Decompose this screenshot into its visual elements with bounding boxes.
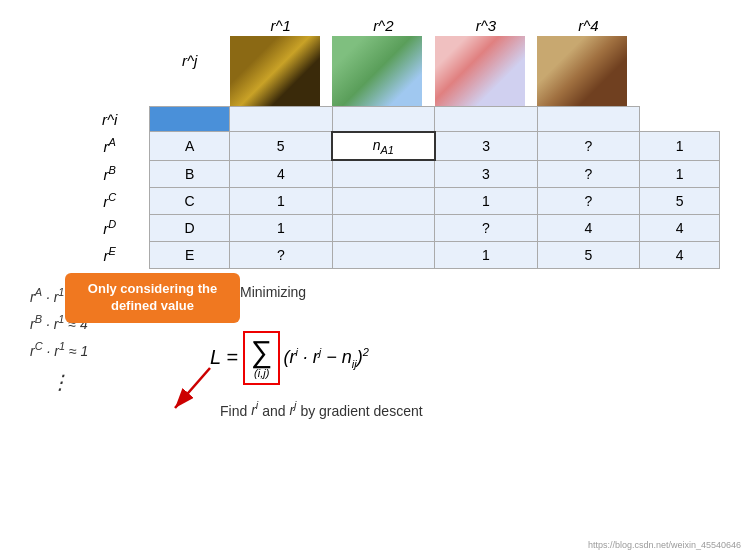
cell-a-r4: 1 [640,132,720,161]
cell-a-r2: 3 [435,132,538,161]
right-content: Minimizing Only considering the defined … [210,284,736,419]
table-row: rE E ? 1 5 4 [70,241,720,268]
table-row: rD D 1 ? 4 4 [70,214,720,241]
cell-b-r4: 1 [640,160,720,187]
cell-e-name: E [150,241,230,268]
row-label-c: rC [70,187,150,214]
ri-label: r^i [70,107,150,132]
anime-image-2 [332,36,422,106]
col-header-r1: r^1 [230,15,333,107]
summation-box: ∑ (i,j) [243,331,280,385]
col-header-rj: r^j [150,15,230,107]
L-equals: L = [210,346,238,369]
table-row: rB B 4 3 ? 1 [70,160,720,187]
table-body: rA A 5 nA1 3 ? 1 rB B 4 3 ? 1 [70,132,720,269]
orange-bubble: Only considering the defined value [65,273,240,323]
cell-b-r2: 3 [435,160,538,187]
cell-b-r3: ? [537,160,640,187]
cell-e-r4: 4 [640,241,720,268]
cell-d-name: D [150,214,230,241]
col-header-r4: r^4 [537,15,640,107]
col-label-r2: r^2 [332,15,435,36]
cell-c-r2: 1 [435,187,538,214]
subheader-r1 [230,107,333,132]
cell-b-name: B [150,160,230,187]
cell-c-r1b [332,187,435,214]
cell-b-r1: 4 [230,160,333,187]
table-row: rC C 1 1 ? 5 [70,187,720,214]
formula-rest: (ri · rj − nij)2 [283,346,368,370]
col-header-r2: r^2 [332,15,435,107]
subheader-r3 [435,107,538,132]
row-label-e: rE [70,241,150,268]
cell-d-r3: 4 [537,214,640,241]
cell-c-name: C [150,187,230,214]
row-label-b: rB [70,160,150,187]
cell-e-r1b [332,241,435,268]
anime-image-1 [230,36,320,106]
table-header-row: r^j r^1 r^2 [70,15,720,107]
cell-c-r3: ? [537,187,640,214]
watermark: https://blog.csdn.net/weixin_45540646 [588,540,741,550]
anime-image-4 [537,36,627,106]
cell-a-name: A [150,132,230,161]
find-text: Find ri and rj by gradient descent [220,400,736,419]
cell-d-r1b [332,214,435,241]
row-label-d: rD [70,214,150,241]
table-subheader-row: r^i [70,107,720,132]
row-label-a: rA [70,132,150,161]
svg-line-1 [175,368,210,408]
rating-table: r^j r^1 r^2 [70,15,720,269]
table-section: r^j r^1 r^2 [70,15,736,269]
col-header-r3: r^3 [435,15,538,107]
main-container: r^j r^1 r^2 [0,0,746,552]
subheader-r2 [332,107,435,132]
eq-line-3: rC · r1 ≈ 1 [30,337,210,364]
col-label-r1: r^1 [230,15,333,36]
cell-d-r4: 4 [640,214,720,241]
anime-image-3 [435,36,525,106]
cell-e-r3: 5 [537,241,640,268]
bottom-section: rA · r1 ≈ 5 rB · r1 ≈ 4 rC · r1 ≈ 1 ⋮ Mi… [10,284,736,419]
sum-subscript: (i,j) [254,367,269,379]
cell-d-r2: ? [435,214,538,241]
sum-symbol: ∑ [251,337,272,367]
blue-cell [150,107,230,132]
cell-a-r1-highlight: nA1 [332,132,435,161]
col-label-r4: r^4 [537,15,640,36]
subheader-r4 [537,107,640,132]
cell-a-r3: ? [537,132,640,161]
cell-c-r4: 5 [640,187,720,214]
formula-wrapper: L = ∑ (i,j) (ri · rj − nij)2 [210,331,736,385]
col-label-r3: r^3 [435,15,538,36]
minimizing-label: Minimizing [240,284,736,300]
cell-c-r1: 1 [230,187,333,214]
table-row: rA A 5 nA1 3 ? 1 [70,132,720,161]
cell-a-r1: 5 [230,132,333,161]
cell-e-r1: ? [230,241,333,268]
cell-b-r1b [332,160,435,187]
cell-e-r2: 1 [435,241,538,268]
cell-d-r1: 1 [230,214,333,241]
corner-cell [70,15,150,107]
